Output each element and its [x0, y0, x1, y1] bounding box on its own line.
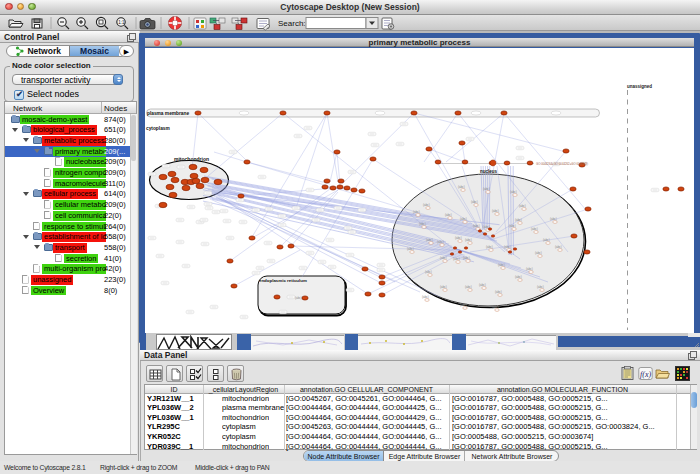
svg-text:(abc): (abc)	[465, 238, 472, 242]
svg-text:(abc): (abc)	[483, 187, 490, 191]
svg-text:unassigned: unassigned	[627, 84, 652, 89]
svg-text:1:1: 1:1	[118, 20, 125, 25]
svg-text:(abc): (abc)	[465, 285, 472, 289]
svg-text:(abc): (abc)	[492, 209, 499, 213]
svg-text:(abc): (abc)	[453, 257, 460, 261]
svg-text:(abc): (abc)	[515, 218, 522, 222]
svg-text:(abc): (abc)	[526, 267, 533, 271]
svg-text:cytoplasm: cytoplasm	[146, 126, 170, 131]
svg-text:(abc): (abc)	[504, 245, 511, 249]
svg-text:(abc): (abc)	[419, 222, 426, 226]
svg-text:(abc): (abc)	[509, 224, 516, 228]
svg-text:endoplasmic reticulum: endoplasmic reticulum	[259, 278, 307, 283]
svg-text:(abc): (abc)	[413, 210, 420, 214]
svg-text:(abc): (abc)	[555, 245, 562, 249]
svg-text:(abc): (abc)	[498, 263, 505, 267]
svg-text:(abc): (abc)	[437, 240, 444, 244]
svg-text:(abc): (abc)	[519, 204, 526, 208]
svg-text:(abc): (abc)	[471, 200, 478, 204]
svg-text:(abc): (abc)	[473, 224, 480, 228]
svg-text:(abc): (abc)	[455, 236, 462, 240]
svg-text:(abc): (abc)	[440, 256, 447, 260]
svg-text:(abc): (abc)	[543, 238, 550, 242]
svg-text:(abc): (abc)	[479, 283, 486, 287]
svg-text:Search:: Search:	[278, 19, 306, 28]
svg-text:(abc): (abc)	[295, 296, 302, 300]
svg-text:(abc): (abc)	[445, 213, 452, 217]
svg-text:nucleus: nucleus	[480, 169, 498, 174]
svg-text:(abc): (abc)	[407, 247, 414, 251]
svg-text:(abc): (abc)	[422, 295, 429, 299]
svg-text:(abc): (abc)	[492, 305, 499, 309]
svg-text:plasma membrane: plasma membrane	[147, 111, 189, 116]
svg-text:(abc): (abc)	[426, 238, 433, 242]
svg-text:(abc): (abc)	[440, 285, 447, 289]
svg-text:(abc): (abc)	[510, 190, 517, 194]
svg-text:(abc): (abc)	[515, 275, 522, 279]
svg-text:(abc): (abc)	[537, 285, 544, 289]
svg-text:GO:0044264=GO:0044262=GO:00442: GO:0044264=GO:0044262=GO:0044249	[536, 162, 588, 166]
svg-text:(abc): (abc)	[531, 227, 538, 231]
svg-text:(abc): (abc)	[495, 290, 502, 294]
svg-text:(abc): (abc)	[460, 303, 467, 307]
svg-text:(abc): (abc)	[463, 256, 470, 260]
svg-text:(abc): (abc)	[486, 245, 493, 249]
svg-text:mitochondrion: mitochondrion	[174, 156, 209, 162]
svg-text:(abc): (abc)	[458, 185, 465, 189]
svg-text:f(x): f(x)	[640, 370, 651, 379]
svg-text:(abc): (abc)	[423, 203, 430, 207]
svg-text:(abc): (abc)	[460, 217, 467, 221]
svg-text:(abc): (abc)	[535, 251, 542, 255]
svg-text:(abc): (abc)	[550, 217, 557, 221]
svg-text:(abc): (abc)	[425, 270, 432, 274]
